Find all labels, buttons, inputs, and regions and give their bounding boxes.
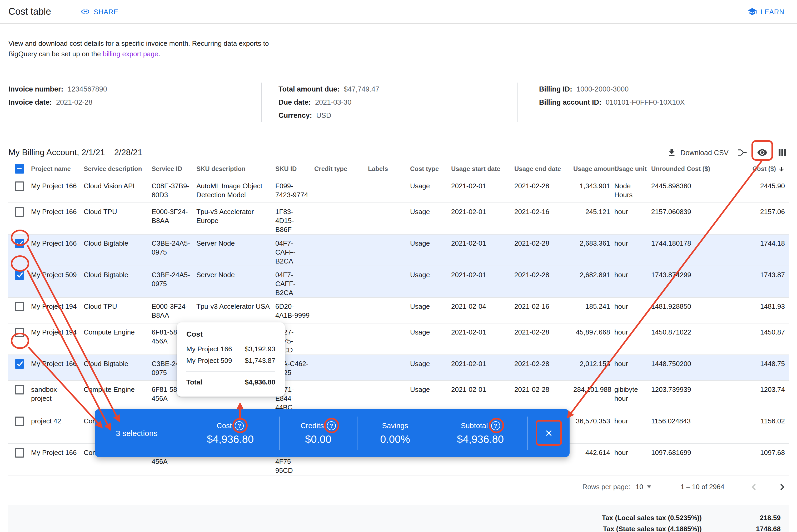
page-title: Cost table bbox=[8, 6, 51, 17]
column-settings-button[interactable] bbox=[776, 146, 789, 159]
cell-cost-type: Usage bbox=[410, 266, 451, 297]
col-header-cost[interactable]: Cost ($) bbox=[736, 161, 789, 177]
col-header-service-description[interactable]: Service description bbox=[84, 161, 151, 177]
cell-unrounded-cost: 2157.060839 bbox=[651, 203, 736, 234]
invoice-field: Billing account ID:010101-F0FFF0-10X10X bbox=[539, 96, 789, 109]
cell-labels bbox=[368, 355, 410, 380]
row-checkbox[interactable] bbox=[15, 359, 24, 368]
cell-credit-type bbox=[314, 234, 368, 266]
col-header-usage-unit[interactable]: Usage unit bbox=[614, 161, 651, 177]
learn-button[interactable]: LEARN bbox=[743, 4, 789, 19]
cell-labels bbox=[368, 297, 410, 323]
share-button[interactable]: SHARE bbox=[76, 4, 123, 19]
cell-cost: 1450.87 bbox=[736, 323, 789, 355]
cell-sku-id: 1F83-4D15-B86F bbox=[275, 203, 314, 234]
invoice-summary: Invoice number:1234567890 Invoice date:2… bbox=[8, 82, 789, 122]
col-header-usage-start-date[interactable]: Usage start date bbox=[451, 161, 514, 177]
close-selection-bar-button[interactable]: ✕ bbox=[538, 423, 559, 444]
table-row: My Project 166 Cloud Bigtable C3BE-24A5-… bbox=[8, 234, 789, 266]
subtotal-help-icon[interactable]: ? bbox=[491, 421, 500, 430]
visibility-toggle-button[interactable] bbox=[756, 146, 768, 159]
invoice-col-2: Total amount due:$47,749.47 Due date:202… bbox=[261, 82, 518, 122]
row-checkbox[interactable] bbox=[15, 207, 24, 216]
tax-label: Tax (Local sales tax (0.5235%)) bbox=[602, 512, 702, 523]
table-row: My Project 194 Compute Engine 6F81-5844-… bbox=[8, 323, 789, 355]
selection-cost-group: Cost? $4,936.80 bbox=[182, 409, 279, 457]
cell-sku-id: 04F7-CAFF-B2CA bbox=[275, 234, 314, 266]
col-header-unrounded-cost[interactable]: Unrounded Cost ($) bbox=[651, 161, 736, 177]
rows-per-page-select[interactable]: 10 bbox=[636, 483, 651, 491]
tooltip-divider bbox=[186, 371, 275, 372]
savings-value: 0.00% bbox=[380, 433, 410, 445]
col-header-usage-amount[interactable]: Usage amount bbox=[573, 161, 614, 177]
col-header-project-name[interactable]: Project name bbox=[31, 161, 84, 177]
cell-usage-end-date: 2021-02-28 bbox=[514, 355, 573, 380]
cell-credit-type bbox=[314, 177, 368, 203]
cell-usage-start-date: 2021-02-01 bbox=[451, 380, 514, 412]
cost-value: $4,936.80 bbox=[207, 433, 254, 445]
cell-unrounded-cost: 1156.024843 bbox=[651, 412, 736, 443]
col-header-usage-end-date[interactable]: Usage end date bbox=[514, 161, 573, 177]
download-csv-label: Download CSV bbox=[681, 149, 728, 156]
billing-export-link[interactable]: billing export page bbox=[103, 50, 158, 58]
col-header-sku-id[interactable]: SKU ID bbox=[275, 161, 314, 177]
col-header-sku-description[interactable]: SKU description bbox=[196, 161, 275, 177]
cell-usage-end-date: 2021-02-28 bbox=[514, 380, 573, 412]
cell-project-name: My Project 166 bbox=[31, 355, 84, 380]
chart-toggle-button[interactable] bbox=[736, 146, 748, 159]
row-checkbox[interactable] bbox=[15, 385, 24, 394]
cell-labels bbox=[368, 380, 410, 412]
dropdown-caret-icon bbox=[647, 486, 651, 488]
cell-labels bbox=[368, 203, 410, 234]
cell-labels bbox=[368, 234, 410, 266]
col-header-cost-type[interactable]: Cost type bbox=[410, 161, 451, 177]
cell-usage-unit: hour bbox=[614, 297, 651, 323]
link-icon bbox=[80, 7, 90, 16]
cell-cost: 2445.90 bbox=[736, 177, 789, 203]
row-checkbox[interactable] bbox=[15, 448, 24, 457]
row-checkbox[interactable] bbox=[15, 327, 24, 337]
cost-help-icon[interactable]: ? bbox=[235, 421, 244, 430]
row-checkbox[interactable] bbox=[15, 416, 24, 426]
cell-cost: 1481.93 bbox=[736, 297, 789, 323]
cell-usage-amount: 2,682.891 bbox=[573, 266, 614, 297]
cell-service-id: E000-3F24-B8AA bbox=[151, 297, 196, 323]
cell-service-description: Compute Engine bbox=[84, 380, 151, 412]
col-header-labels[interactable]: Labels bbox=[368, 161, 410, 177]
col-header-service-id[interactable]: Service ID bbox=[151, 161, 196, 177]
row-checkbox[interactable] bbox=[15, 181, 24, 191]
cell-labels bbox=[368, 177, 410, 203]
table-toolbar: Download CSV bbox=[667, 146, 789, 159]
next-page-button[interactable] bbox=[776, 480, 789, 493]
cell-unrounded-cost: 1743.874299 bbox=[651, 266, 736, 297]
row-checkbox[interactable] bbox=[15, 270, 24, 280]
invoice-field-label: Billing ID: bbox=[539, 82, 572, 96]
cell-project-name: sandbox-project bbox=[31, 380, 84, 412]
subtotal-label: Subtotal bbox=[461, 421, 488, 430]
cell-usage-amount: 2,683.361 bbox=[573, 234, 614, 266]
row-checkbox[interactable] bbox=[15, 239, 24, 248]
cell-usage-end-date: 2021-02-28 bbox=[514, 266, 573, 297]
cell-sku-description: AutoML Image Object Detection Model bbox=[196, 177, 275, 203]
cell-cost: 1744.18 bbox=[736, 234, 789, 266]
invoice-field-value: $47,749.47 bbox=[344, 82, 379, 96]
billing-account-title: My Billing Account, 2/1/21 – 2/28/21 bbox=[8, 148, 142, 157]
subtotal-value: $4,936.80 bbox=[457, 433, 504, 445]
cell-usage-unit: hour bbox=[614, 266, 651, 297]
cell-labels bbox=[368, 323, 410, 355]
invoice-field-value: 2021-02-28 bbox=[56, 96, 92, 109]
invoice-field: Due date:2021-03-30 bbox=[278, 96, 518, 109]
cell-usage-end-date: 2021-02-28 bbox=[514, 234, 573, 266]
col-header-credit-type[interactable]: Credit type bbox=[314, 161, 368, 177]
cell-service-description: Cloud Bigtable bbox=[84, 266, 151, 297]
cell-project-name: My Project 194 bbox=[31, 297, 84, 323]
description-text-end: . bbox=[159, 50, 160, 58]
credits-help-icon[interactable]: ? bbox=[327, 421, 336, 430]
cell-service-id: C08E-37B9-80D3 bbox=[151, 177, 196, 203]
tooltip-rows: My Project 166$3,192.93 My Project 509$1… bbox=[186, 343, 275, 366]
row-checkbox[interactable] bbox=[15, 302, 24, 311]
download-csv-button[interactable]: Download CSV bbox=[667, 148, 728, 157]
cell-credit-type bbox=[314, 203, 368, 234]
previous-page-button[interactable] bbox=[747, 480, 760, 493]
select-all-checkbox[interactable] bbox=[15, 164, 24, 174]
